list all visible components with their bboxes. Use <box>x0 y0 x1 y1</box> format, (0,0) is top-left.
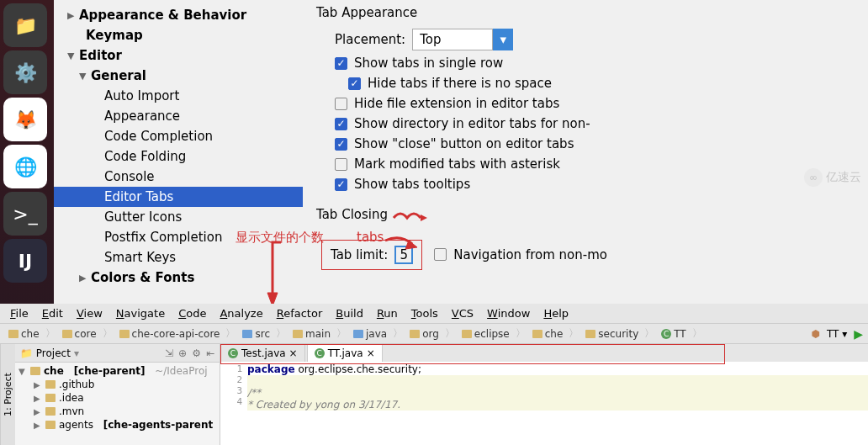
editor-area: CTest.java× CTT.java× 1234 package org.e… <box>220 344 868 445</box>
folder-icon <box>62 330 72 338</box>
cb-single-row[interactable]: ✓ <box>335 57 347 70</box>
menu-view[interactable]: View <box>77 307 103 320</box>
cb-mark-asterisk[interactable] <box>335 158 347 171</box>
tree-appearance-behavior[interactable]: ▶Appearance & Behavior <box>54 5 303 25</box>
cb-show-tooltips[interactable]: ✓ <box>335 178 347 191</box>
folder-icon <box>353 330 363 338</box>
proj-root[interactable]: ▼che [che-parent] ~/IdeaProj <box>15 364 220 378</box>
crumb[interactable]: main <box>291 326 352 341</box>
chevron-down-icon[interactable]: ▾ <box>493 29 513 50</box>
crumb[interactable]: che-core-api-core <box>118 326 241 341</box>
menu-tools[interactable]: Tools <box>411 307 438 320</box>
editor-tab-active[interactable]: CTT.java× <box>307 344 383 362</box>
crumb[interactable]: che <box>531 326 585 341</box>
breadcrumb: che core che-core-api-core src main java… <box>0 324 868 344</box>
menu-edit[interactable]: Edit <box>42 307 63 320</box>
code-editor[interactable]: package org.eclipse.che.security; /** * … <box>247 362 868 445</box>
scribble-icon <box>392 208 429 223</box>
tree-keymap[interactable]: Keymap <box>54 25 303 45</box>
cb-hide-ext[interactable] <box>335 98 347 110</box>
gear-icon[interactable]: ⚙ <box>192 347 201 359</box>
tree-editor-tabs[interactable]: Editor Tabs <box>54 187 303 207</box>
tree-editor[interactable]: ▼Editor <box>54 45 303 66</box>
menu-analyze[interactable]: Analyze <box>220 307 262 320</box>
chevron-right-icon: ▶ <box>67 10 79 21</box>
tree-code-folding[interactable]: Code Folding <box>54 146 303 167</box>
proj-node[interactable]: ▶.github <box>15 378 220 391</box>
close-icon[interactable]: × <box>289 347 298 359</box>
target-icon[interactable]: ⊕ <box>178 347 187 359</box>
crumb[interactable]: java <box>352 326 408 341</box>
menu-run[interactable]: Run <box>377 307 398 320</box>
section-tab-closing: Tab Closing <box>316 207 860 223</box>
menu-build[interactable]: Build <box>336 307 363 320</box>
folder-icon <box>45 421 56 429</box>
folder-icon <box>532 330 542 338</box>
section-tab-appearance: Tab Appearance <box>316 5 860 20</box>
launcher-terminal[interactable]: >_ <box>3 192 47 236</box>
run-config-selector[interactable]: TT ▾ <box>827 328 847 340</box>
menu-window[interactable]: Window <box>487 307 530 320</box>
menu-navigate[interactable]: Navigate <box>116 307 165 320</box>
chevron-down-icon: ▼ <box>79 71 91 82</box>
tree-gutter-icons[interactable]: Gutter Icons <box>54 207 303 227</box>
launcher-files[interactable]: 📁 <box>3 3 47 47</box>
editor-tab[interactable]: CTest.java× <box>220 344 305 362</box>
svg-marker-2 <box>421 215 427 221</box>
proj-node[interactable]: ▶agents [che-agents-parent <box>15 418 220 432</box>
settings-content: Tab Appearance Placement: Top ▾ ✓Show ta… <box>303 0 868 304</box>
folder-icon <box>8 330 19 338</box>
class-icon: C <box>661 329 671 339</box>
folder-icon <box>30 367 40 375</box>
chevron-down-icon: ▼ <box>67 50 79 61</box>
crumb[interactable]: security <box>584 326 659 341</box>
launcher-chrome[interactable]: 🌐 <box>3 145 47 188</box>
tree-code-completion[interactable]: Code Completion <box>54 126 303 146</box>
placement-value: Top <box>412 29 493 50</box>
cb-hide-no-space[interactable]: ✓ <box>348 77 361 90</box>
crumb[interactable]: CTT <box>659 326 707 341</box>
launcher-intellij[interactable]: IJ <box>3 239 47 283</box>
crumb[interactable]: org <box>408 326 460 341</box>
crumb[interactable]: core <box>61 326 118 341</box>
chevron-right-icon: ▶ <box>79 273 91 283</box>
chevron-right-icon: ▶ <box>34 421 42 430</box>
tree-general[interactable]: ▼General <box>54 66 303 86</box>
menu-vcs[interactable]: VCS <box>452 307 474 320</box>
hide-icon[interactable]: ⇤ <box>206 347 214 359</box>
proj-node[interactable]: ▶.mvn <box>15 405 220 418</box>
folder-icon <box>242 330 252 338</box>
annotation-text-2: tabs <box>357 230 384 245</box>
tree-console[interactable]: Console <box>54 167 303 187</box>
cb-navigation[interactable] <box>434 248 447 261</box>
menu-help[interactable]: Help <box>543 307 569 320</box>
crumb[interactable]: che <box>7 326 61 341</box>
project-tool-tab[interactable]: 1: Project <box>0 344 15 445</box>
tree-auto-import[interactable]: Auto Import <box>54 86 303 106</box>
proj-node[interactable]: ▶.idea <box>15 391 220 405</box>
close-icon[interactable]: × <box>367 347 375 359</box>
cb-show-close[interactable]: ✓ <box>335 138 347 151</box>
project-panel-header: 📁 Project ▾ ⇲ ⊕ ⚙ ⇤ <box>15 344 220 363</box>
project-panel: 📁 Project ▾ ⇲ ⊕ ⚙ ⇤ ▼che [che-parent] ~/… <box>15 344 220 445</box>
field-icon: ⬢ <box>811 328 819 340</box>
menu-code[interactable]: Code <box>178 307 206 320</box>
class-icon: C <box>228 348 238 358</box>
run-button[interactable]: ▶ <box>854 327 863 341</box>
crumb[interactable]: eclipse <box>460 326 531 341</box>
tree-appearance[interactable]: Appearance <box>54 106 303 126</box>
placement-select[interactable]: Top ▾ <box>412 29 513 50</box>
project-tree: ▼che [che-parent] ~/IdeaProj ▶.github ▶.… <box>15 363 220 433</box>
launcher-firefox[interactable]: 🦊 <box>3 98 47 141</box>
editor-tabs: CTest.java× CTT.java× <box>220 344 868 362</box>
chevron-right-icon: ▶ <box>34 380 42 389</box>
cb-show-dir[interactable]: ✓ <box>335 118 347 130</box>
launcher-settings[interactable]: ⚙️ <box>3 50 47 94</box>
crumb[interactable]: src <box>241 326 291 341</box>
folder-icon <box>45 407 56 416</box>
annotation-arrow-1 <box>384 234 417 256</box>
menu-file[interactable]: File <box>10 307 29 320</box>
menu-refactor[interactable]: Refactor <box>277 307 323 320</box>
collapse-icon[interactable]: ⇲ <box>165 347 173 359</box>
folder-icon <box>45 394 56 402</box>
